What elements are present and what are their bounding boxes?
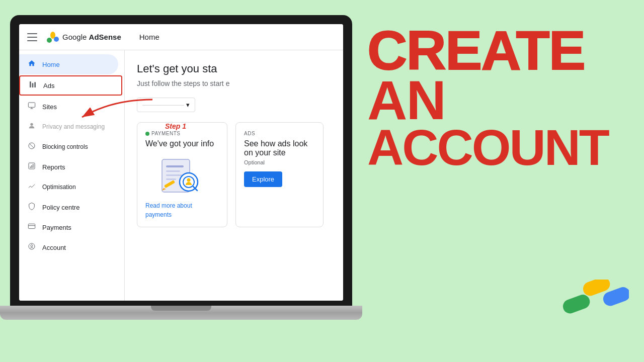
optimisation-icon [27, 182, 36, 192]
svg-point-7 [30, 123, 33, 126]
home-icon [27, 59, 36, 69]
ads-card-title: See how ads look on your site [244, 139, 315, 157]
sidebar-item-reports[interactable]: Reports [19, 157, 118, 177]
overlay-line1: CREATE [367, 25, 585, 75]
sidebar-item-blocking-controls[interactable]: Blocking controls [19, 137, 118, 157]
svg-rect-16 [166, 174, 182, 176]
sidebar-item-account[interactable]: Account [19, 237, 118, 257]
svg-point-0 [47, 38, 52, 43]
logo-area: Google AdSense [45, 30, 121, 44]
chevron-down-icon: ▾ [186, 101, 190, 109]
laptop-base [0, 306, 362, 320]
sidebar-home-label: Home [42, 61, 60, 68]
welcome-subtitle: Just follow the steps to start e [137, 79, 331, 87]
payments-card-link[interactable]: Read more about payments [145, 202, 192, 218]
svg-rect-3 [30, 81, 31, 87]
svg-rect-5 [34, 82, 36, 87]
svg-point-12 [31, 245, 33, 247]
logo-text: Google AdSense [62, 33, 121, 41]
sidebar-item-optimisation[interactable]: Optimisation [19, 177, 118, 197]
ads-icon [28, 80, 37, 90]
payments-category-label: PAYMENTS [151, 131, 181, 136]
welcome-title: Let's get you sta [137, 62, 331, 75]
sites-icon [27, 102, 36, 112]
svg-rect-6 [28, 103, 35, 107]
adsense-ui: Google AdSense Home Home [19, 24, 343, 301]
hamburger-icon[interactable] [27, 33, 37, 41]
block-icon [27, 142, 36, 152]
svg-rect-10 [28, 224, 35, 228]
sidebar-item-ads[interactable]: Ads [19, 75, 122, 96]
laptop-screen: Google AdSense Home Home [19, 24, 343, 301]
svg-rect-17 [166, 178, 176, 180]
ads-category-label: ADS [244, 131, 255, 136]
svg-rect-4 [32, 83, 34, 87]
sidebar-item-payments[interactable]: Payments [19, 217, 118, 237]
ads-card: ADS See how ads look on your site Option… [235, 122, 324, 227]
svg-rect-15 [166, 170, 180, 172]
reports-icon [27, 162, 36, 172]
overlay-line2: AN [367, 75, 445, 125]
main-content: Let's get you sta Just follow the steps … [125, 50, 343, 301]
green-dot [145, 132, 149, 136]
sidebar-optimisation-label: Optimisation [42, 184, 76, 191]
main-layout: Home Ads [19, 50, 343, 301]
sidebar-item-policy-centre[interactable]: Policy centre [19, 197, 118, 217]
payments-icon [27, 222, 36, 232]
sidebar-policy-label: Policy centre [42, 204, 79, 211]
payments-card-category: PAYMENTS [145, 131, 219, 136]
svg-rect-14 [166, 165, 184, 167]
page-title: Home [139, 33, 159, 41]
laptop-notch [151, 306, 211, 311]
sidebar-ads-label: Ads [43, 82, 54, 89]
ads-card-optional: Optional [244, 159, 315, 165]
dropdown-value: ───────── [142, 101, 184, 109]
sidebar-sites-label: Sites [42, 103, 57, 111]
sidebar-account-label: Account [42, 244, 66, 251]
sidebar: Home Ads [19, 50, 125, 301]
person-icon [27, 122, 36, 132]
account-icon [27, 242, 36, 252]
shield-icon [27, 202, 36, 212]
logo-google: Google [62, 33, 89, 41]
svg-rect-25 [561, 293, 592, 315]
sidebar-item-privacy-messaging[interactable]: Privacy and messaging [19, 117, 118, 137]
sidebar-reports-label: Reports [42, 163, 65, 171]
logo-adsense: AdSense [89, 33, 121, 41]
payments-card-title: We've got your info [145, 139, 219, 148]
svg-point-2 [54, 37, 59, 42]
explore-button[interactable]: Explore [244, 171, 282, 187]
dropdown-placeholder[interactable]: ───────── ▾ [137, 98, 195, 112]
sidebar-blocking-label: Blocking controls [42, 143, 88, 150]
svg-point-21 [187, 178, 191, 182]
screen-bezel: Google AdSense Home Home [10, 15, 352, 307]
sidebar-item-sites[interactable]: Sites [19, 97, 118, 117]
cards-row: PAYMENTS We've got your info [137, 122, 331, 227]
laptop-container: Google AdSense Home Home [10, 15, 362, 347]
svg-point-11 [29, 243, 35, 249]
sidebar-privacy-label: Privacy and messaging [42, 123, 105, 130]
right-panel: CREATE AN ACCOUNT [352, 15, 634, 347]
adsense-logo-bottom [558, 280, 629, 322]
step1-label: Step 1 [165, 122, 186, 130]
overlay-line3: ACCOUNT [367, 125, 608, 170]
payments-card-image [145, 154, 219, 195]
ads-card-category: ADS [244, 131, 315, 136]
adsense-logo-icon [45, 30, 59, 44]
payments-card: PAYMENTS We've got your info [137, 122, 227, 227]
sidebar-item-home[interactable]: Home [19, 54, 118, 74]
sidebar-payments-label: Payments [42, 224, 71, 231]
top-bar: Google AdSense Home [19, 24, 343, 50]
